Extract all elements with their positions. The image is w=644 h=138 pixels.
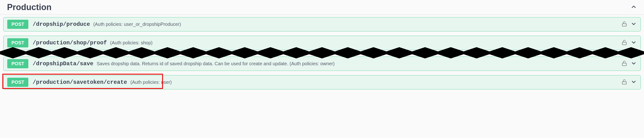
endpoint-path: /dropshipData/save	[32, 61, 93, 67]
endpoints-list: POST /dropship/produce (Auth policies: u…	[0, 15, 644, 96]
svg-rect-2	[622, 63, 626, 65]
chevron-down-icon[interactable]	[631, 21, 637, 28]
unlock-icon[interactable]	[621, 39, 627, 47]
endpoint-row[interactable]: POST /dropshipData/save Saves dropship d…	[3, 57, 641, 71]
endpoint-actions	[621, 21, 637, 28]
endpoint-description: (Auth policies: user_or_dropshipProducer…	[93, 22, 181, 27]
endpoint-actions	[621, 79, 637, 86]
http-method-badge: POST	[7, 78, 28, 87]
endpoint-path: /production/shop/proof	[32, 40, 107, 46]
unlock-icon[interactable]	[621, 21, 627, 28]
svg-rect-1	[622, 42, 626, 45]
endpoint-description: Saves dropship data. Returns id of saved…	[97, 61, 335, 66]
chevron-down-icon[interactable]	[631, 60, 637, 67]
svg-rect-3	[622, 81, 626, 84]
svg-rect-0	[622, 24, 626, 26]
section-title: Production	[7, 2, 52, 12]
endpoint-description: (Auth policies: user)	[130, 80, 172, 85]
endpoint-path: /dropship/produce	[32, 21, 90, 28]
unlock-icon[interactable]	[621, 79, 627, 86]
endpoint-actions	[621, 60, 637, 67]
endpoint-row[interactable]: POST /dropship/produce (Auth policies: u…	[3, 17, 641, 32]
http-method-badge: POST	[7, 38, 28, 47]
chevron-down-icon[interactable]	[631, 39, 637, 47]
http-method-badge: POST	[7, 59, 28, 68]
chevron-down-icon[interactable]	[631, 79, 637, 86]
endpoint-description: (Auth policies: shop)	[110, 40, 152, 46]
endpoint-actions	[621, 39, 637, 47]
endpoint-row[interactable]: POST /production/savetoken/create (Auth …	[3, 75, 641, 89]
http-method-badge: POST	[7, 20, 28, 29]
collapse-section-icon[interactable]	[630, 4, 637, 11]
unlock-icon[interactable]	[621, 60, 627, 67]
endpoint-path: /production/savetoken/create	[32, 79, 127, 85]
section-header[interactable]: Production	[0, 0, 644, 15]
